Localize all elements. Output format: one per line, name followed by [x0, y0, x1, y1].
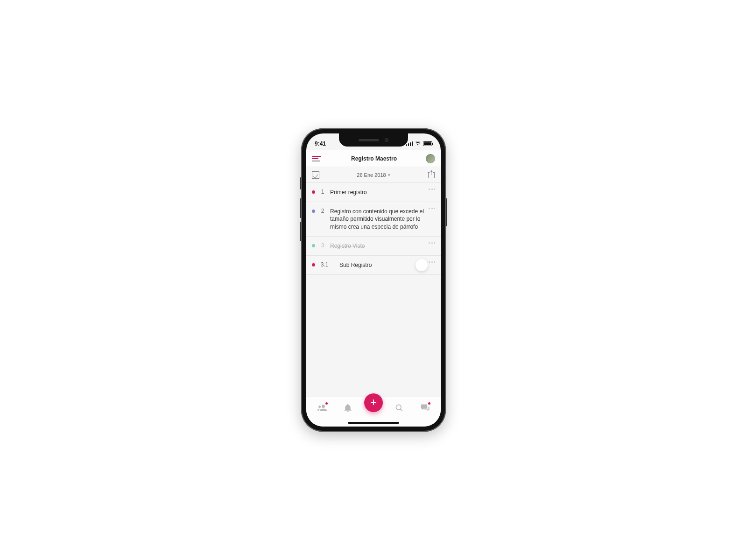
svg-line-1 — [401, 409, 402, 411]
notch — [339, 133, 408, 147]
item-text: Primer registro — [330, 189, 367, 196]
list-item[interactable]: 3Registro Visto — [306, 237, 441, 256]
nav-bar: Registro Maestro — [306, 150, 441, 167]
more-icon[interactable] — [429, 208, 435, 209]
svg-point-0 — [396, 405, 401, 410]
avatar[interactable] — [426, 154, 435, 163]
more-icon[interactable] — [429, 242, 435, 244]
entries-list: 1Primer registro2Registro con contenido … — [306, 183, 441, 275]
badge-dot-icon — [428, 402, 430, 405]
select-all-icon[interactable] — [312, 171, 319, 179]
status-dot-icon — [312, 244, 315, 247]
phone-frame: 9:41 Registro Maestro 26 Ene — [301, 128, 446, 432]
item-number: 3.1 — [320, 261, 329, 268]
item-text: Sub Registro — [334, 261, 372, 269]
screen: 9:41 Registro Maestro 26 Ene — [306, 133, 441, 427]
date-picker[interactable]: 26 Ene 2018 ▾ — [357, 172, 390, 178]
toolbar: 26 Ene 2018 ▾ — [306, 167, 441, 183]
status-time: 9:41 — [315, 140, 326, 147]
touch-indicator-icon — [416, 259, 428, 271]
item-number: 2 — [320, 208, 325, 214]
page-title: Registro Maestro — [351, 155, 397, 162]
chevron-down-icon: ▾ — [388, 173, 390, 177]
more-icon[interactable] — [429, 189, 435, 190]
item-number: 3 — [320, 242, 325, 249]
item-text: Registro Visto — [330, 242, 365, 250]
wifi-icon — [415, 141, 421, 147]
tab-search[interactable] — [390, 399, 409, 417]
item-text: Registro con contenido que excede el tam… — [330, 208, 435, 231]
badge-dot-icon — [325, 402, 328, 405]
menu-button[interactable] — [312, 156, 322, 161]
status-dot-icon — [312, 263, 315, 266]
battery-icon — [423, 141, 432, 146]
tab-contacts[interactable] — [313, 399, 331, 417]
list-item[interactable]: 3.1Sub Registro — [306, 256, 441, 275]
tab-bar: + — [306, 397, 441, 419]
tab-messages[interactable] — [416, 399, 434, 417]
add-button[interactable]: + — [364, 393, 383, 412]
item-number: 1 — [320, 189, 325, 195]
status-dot-icon — [312, 190, 315, 194]
tab-notifications[interactable] — [338, 399, 357, 417]
date-label: 26 Ene 2018 — [357, 172, 386, 178]
list-item[interactable]: 2Registro con contenido que excede el ta… — [306, 202, 441, 237]
tabbar-container: + — [306, 397, 441, 427]
more-icon[interactable] — [429, 261, 435, 263]
list-item[interactable]: 1Primer registro — [306, 183, 441, 202]
plus-icon: + — [370, 397, 377, 408]
home-indicator[interactable] — [306, 419, 441, 427]
status-dot-icon — [312, 210, 315, 213]
share-button[interactable] — [428, 171, 435, 179]
